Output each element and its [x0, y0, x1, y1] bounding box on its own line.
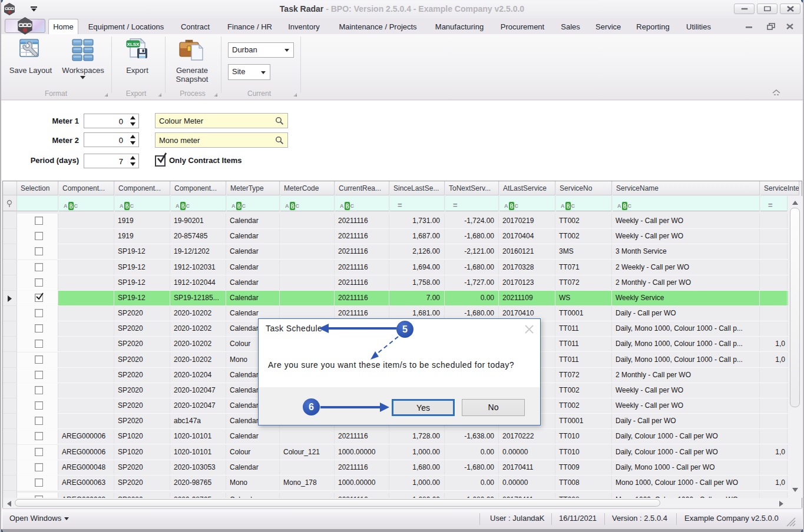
- svg-text:XLSX: XLSX: [127, 42, 140, 47]
